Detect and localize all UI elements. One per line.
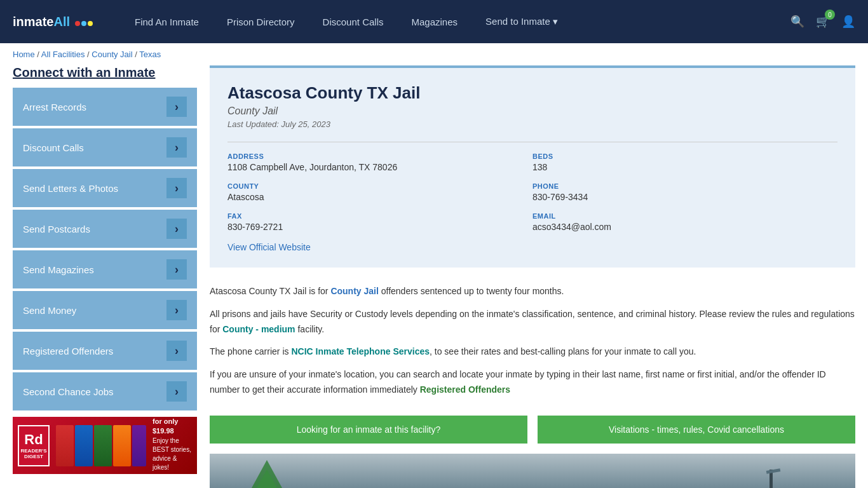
sidebar-label-second-chance-jobs: Second Chance Jobs — [23, 386, 114, 397]
desc-para4-text: If you are unsure of your inmate's locat… — [210, 369, 826, 395]
phone-label: PHONE — [532, 182, 825, 190]
ad-headline: 1 Year Subscription for only $19.98 — [153, 417, 195, 435]
breadcrumb: Home / All Facilities / County Jail / Te… — [0, 43, 868, 65]
ad-subtext: Enjoy the BEST stories, advice & jokes! — [153, 437, 191, 471]
desc-para2-end: facility. — [295, 324, 325, 334]
desc-para-3: The phone carrier is NCIC Inmate Telepho… — [210, 344, 855, 360]
search-icon[interactable]: 🔍 — [790, 15, 804, 29]
sidebar-item-arrest-records[interactable]: Arrest Records › — [13, 88, 197, 126]
email-label: EMAIL — [532, 212, 825, 220]
sidebar-title: Connect with an Inmate — [13, 65, 197, 80]
main-container: Connect with an Inmate Arrest Records › … — [0, 65, 868, 488]
sidebar-label-send-money: Send Money — [23, 305, 76, 316]
action-buttons: Looking for an inmate at this facility? … — [210, 416, 855, 444]
facility-updated: Last Updated: July 25, 2023 — [227, 119, 837, 129]
chevron-icon: › — [166, 341, 187, 361]
county-label: COUNTY — [227, 182, 520, 190]
beds-label: BEDS — [532, 152, 825, 160]
chevron-icon: › — [166, 300, 187, 320]
phone-cell: PHONE 830-769-3434 — [532, 182, 837, 202]
breadcrumb-all-facilities[interactable]: All Facilities — [41, 50, 85, 59]
facility-type: County Jail — [227, 105, 837, 117]
desc-para1-text: Atascosa County TX Jail is for — [210, 286, 330, 296]
photo-tree-svg — [241, 457, 292, 488]
main-content: Atascosa County TX Jail County Jail Last… — [210, 65, 855, 488]
county-value: Atascosa — [227, 192, 520, 202]
beds-cell: BEDS 138 — [532, 152, 837, 172]
sidebar-label-send-magazines: Send Magazines — [23, 264, 94, 275]
light-arm — [766, 468, 781, 474]
breadcrumb-texas[interactable]: Texas — [139, 50, 161, 59]
sidebar-label-discount-calls: Discount Calls — [23, 142, 84, 153]
fax-label: FAX — [227, 212, 520, 220]
visitations-button[interactable]: Visitations - times, rules, Covid cancel… — [538, 416, 855, 444]
cart-icon[interactable]: 🛒 0 — [816, 15, 830, 29]
nav-discount-calls[interactable]: Discount Calls — [309, 0, 398, 43]
nav-magazines[interactable]: Magazines — [397, 0, 471, 43]
nav-send-to-inmate[interactable]: Send to Inmate ▾ — [471, 0, 572, 43]
sidebar-item-send-letters[interactable]: Send Letters & Photos › — [13, 169, 197, 207]
fax-cell: FAX 830-769-2721 — [227, 212, 532, 232]
header: inmateAll Find An Inmate Prison Director… — [0, 0, 868, 43]
header-icons: 🔍 🛒 0 👤 — [790, 15, 855, 29]
book-covers — [56, 425, 146, 466]
nav-find-inmate[interactable]: Find An Inmate — [121, 0, 213, 43]
breadcrumb-county-jail[interactable]: County Jail — [92, 50, 132, 59]
chevron-icon: › — [166, 137, 187, 158]
desc-para1-end: offenders sentenced up to twenty four mo… — [379, 286, 564, 296]
ad-banner: Rd READER'SDIGEST 1 Year Subscription fo… — [13, 417, 197, 474]
chevron-icon: › — [166, 259, 187, 280]
beds-value: 138 — [532, 162, 825, 172]
find-inmate-button[interactable]: Looking for an inmate at this facility? — [210, 416, 527, 444]
chevron-icon: › — [166, 97, 187, 117]
facility-photo — [210, 454, 855, 488]
county-medium-link[interactable]: County - medium — [222, 324, 295, 334]
desc-para3-end: , to see their rates and best-calling pl… — [430, 346, 696, 356]
chevron-icon: › — [166, 178, 187, 198]
facility-info-grid: ADDRESS 1108 Campbell Ave, Jourdanton, T… — [227, 142, 837, 232]
email-value: acso3434@aol.com — [532, 222, 825, 232]
address-cell: ADDRESS 1108 Campbell Ave, Jourdanton, T… — [227, 152, 532, 172]
facility-name: Atascosa County TX Jail — [227, 83, 837, 103]
sidebar-item-send-postcards[interactable]: Send Postcards › — [13, 210, 197, 248]
county-jail-link-1[interactable]: County Jail — [330, 286, 378, 296]
sidebar-item-registered-offenders[interactable]: Registered Offenders › — [13, 332, 197, 370]
desc-para-4: If you are unsure of your inmate's locat… — [210, 367, 855, 398]
sidebar-label-send-postcards: Send Postcards — [23, 224, 90, 234]
desc-para3-text: The phone carrier is — [210, 346, 291, 356]
nav-prison-directory[interactable]: Prison Directory — [213, 0, 309, 43]
ncic-link[interactable]: NCIC Inmate Telephone Services — [291, 346, 430, 356]
sidebar: Connect with an Inmate Arrest Records › … — [13, 65, 197, 488]
breadcrumb-home[interactable]: Home — [13, 50, 35, 59]
logo-text: inmateAll — [13, 13, 93, 30]
sidebar-label-arrest-records: Arrest Records — [23, 102, 86, 112]
official-website-link[interactable]: View Official Website — [227, 242, 311, 252]
site-logo[interactable]: inmateAll — [13, 13, 102, 30]
sidebar-item-send-money[interactable]: Send Money › — [13, 291, 197, 329]
phone-value: 830-769-3434 — [532, 192, 825, 202]
fax-value: 830-769-2721 — [227, 222, 520, 232]
chevron-icon: › — [166, 381, 187, 402]
sidebar-item-second-chance-jobs[interactable]: Second Chance Jobs › — [13, 372, 197, 410]
sidebar-label-registered-offenders: Registered Offenders — [23, 346, 113, 356]
main-nav: Find An Inmate Prison Directory Discount… — [121, 0, 771, 43]
facility-card: Atascosa County TX Jail County Jail Last… — [210, 65, 855, 268]
ad-text: 1 Year Subscription for only $19.98 Enjo… — [153, 417, 195, 474]
address-label: ADDRESS — [227, 152, 520, 160]
cart-badge: 0 — [825, 10, 835, 20]
sidebar-item-send-magazines[interactable]: Send Magazines › — [13, 250, 197, 288]
sidebar-label-send-letters: Send Letters & Photos — [23, 183, 118, 194]
sidebar-item-discount-calls[interactable]: Discount Calls › — [13, 128, 197, 166]
email-cell: EMAIL acso3434@aol.com — [532, 212, 837, 232]
user-icon[interactable]: 👤 — [841, 15, 855, 29]
county-cell: COUNTY Atascosa — [227, 182, 532, 202]
address-value: 1108 Campbell Ave, Jourdanton, TX 78026 — [227, 162, 520, 172]
desc-para-1: Atascosa County TX Jail is for County Ja… — [210, 284, 855, 299]
facility-description: Atascosa County TX Jail is for County Ja… — [210, 278, 855, 416]
desc-para-2: All prisons and jails have Security or C… — [210, 307, 855, 337]
readers-digest-logo: Rd READER'SDIGEST — [18, 425, 50, 466]
registered-offenders-link[interactable]: Registered Offenders — [420, 384, 510, 395]
chevron-icon: › — [166, 219, 187, 239]
